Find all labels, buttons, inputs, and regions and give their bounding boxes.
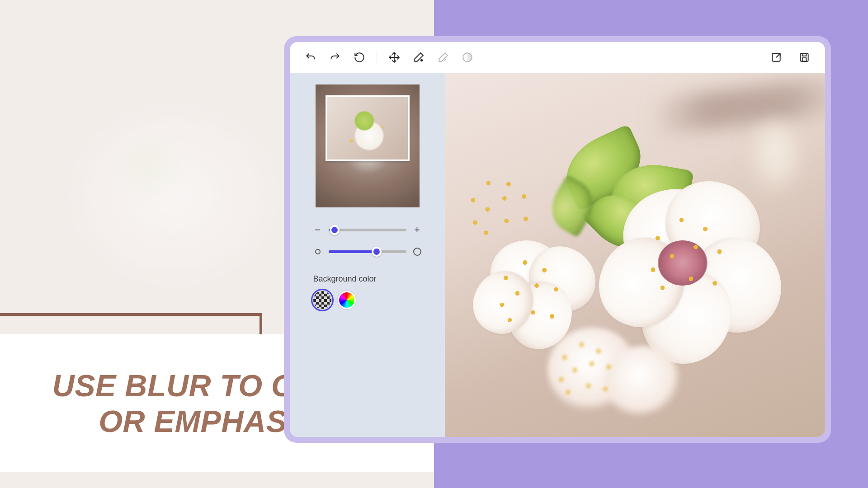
svg-rect-3 — [800, 53, 808, 61]
zoom-slider-thumb[interactable] — [330, 225, 340, 235]
reset-button[interactable] — [349, 47, 369, 67]
export-icon — [770, 52, 782, 63]
editor-body: − + Background color — [290, 73, 825, 437]
blur-max-icon[interactable] — [413, 247, 422, 256]
zoom-slider-row: − + — [313, 225, 422, 235]
redo-icon — [329, 52, 341, 63]
image-stamens — [491, 255, 567, 332]
export-button[interactable] — [766, 47, 786, 67]
redo-button[interactable] — [325, 47, 345, 67]
erase-tool-button[interactable] — [409, 47, 429, 67]
zoom-slider[interactable] — [329, 229, 406, 231]
swatch-row — [313, 291, 422, 309]
toolbar — [290, 42, 825, 73]
editor-window: − + Background color — [284, 36, 831, 443]
adjust-icon — [462, 52, 473, 63]
background-color-label: Background color — [313, 274, 422, 284]
adjust-button[interactable] — [458, 47, 477, 67]
toolbar-right — [766, 47, 814, 67]
erase-icon — [413, 52, 425, 63]
undo-button[interactable] — [301, 47, 321, 67]
blur-slider[interactable] — [329, 250, 406, 253]
toolbar-divider — [377, 51, 377, 64]
crop-frame[interactable] — [326, 95, 410, 161]
side-panel: − + Background color — [290, 73, 445, 437]
background-erase-icon — [437, 52, 449, 63]
swatch-transparent[interactable] — [313, 291, 331, 309]
image-stamens — [551, 338, 619, 402]
image-stamens — [453, 166, 543, 247]
background-color-section: Background color — [313, 274, 422, 309]
background-erase-button[interactable] — [433, 47, 453, 67]
blur-slider-row — [313, 247, 422, 256]
blur-min-icon[interactable] — [313, 247, 322, 256]
zoom-plus-icon[interactable]: + — [413, 225, 422, 235]
image-bud-blur — [748, 124, 802, 192]
preview-thumbnail[interactable] — [316, 84, 420, 207]
editor-inner: − + Background color — [290, 42, 825, 437]
image-branch-blur — [649, 75, 825, 136]
blur-slider-fill — [329, 250, 377, 253]
canvas[interactable] — [445, 73, 825, 437]
image-stamens — [639, 211, 734, 301]
move-tool-button[interactable] — [384, 47, 404, 67]
swatch-color-picker[interactable] — [338, 291, 356, 309]
zoom-minus-icon[interactable]: − — [313, 225, 322, 235]
save-button[interactable] — [794, 47, 814, 67]
save-icon — [798, 52, 810, 63]
move-icon — [388, 52, 400, 63]
svg-point-0 — [420, 59, 423, 61]
reset-icon — [354, 52, 365, 63]
undo-icon — [305, 52, 316, 63]
headline-frame-border — [0, 313, 262, 336]
svg-rect-4 — [802, 58, 807, 61]
blur-slider-thumb[interactable] — [372, 247, 382, 257]
toolbar-left — [301, 47, 477, 67]
